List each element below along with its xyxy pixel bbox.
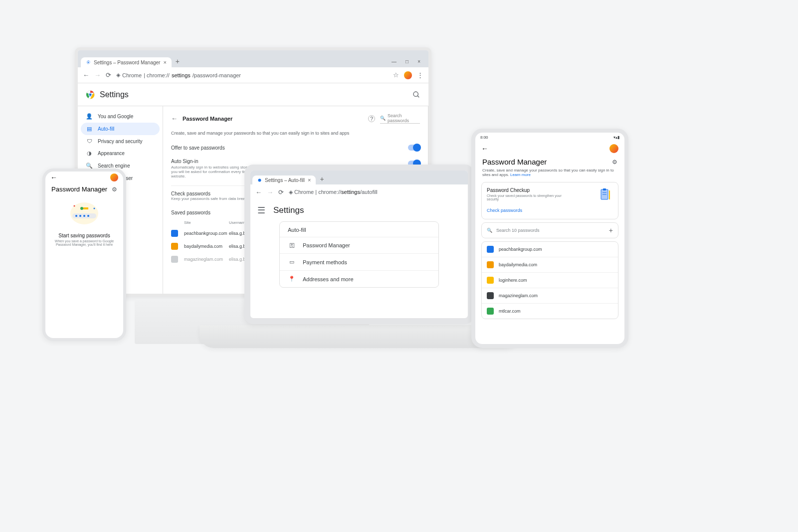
close-tab-icon[interactable]: × xyxy=(163,59,166,65)
phone-screen: ← Password Manager ⚙ Start saving passwo… xyxy=(42,169,126,341)
avatar-icon[interactable] xyxy=(110,174,118,181)
svg-point-12 xyxy=(87,215,89,217)
autofill-item-payment[interactable]: ▭Payment methods xyxy=(280,253,438,270)
list-item[interactable]: baydailymedia.com xyxy=(482,257,618,273)
site-info-icon[interactable]: ◈ xyxy=(116,72,120,78)
svg-point-15 xyxy=(74,205,75,207)
reload-icon[interactable]: ⟳ xyxy=(278,188,284,196)
window-controls: — □ × xyxy=(392,59,425,67)
sidebar-item-appearance[interactable]: ◑Appearance xyxy=(81,147,160,160)
back-icon[interactable]: ← xyxy=(83,71,89,79)
site-label: baydailymedia.com xyxy=(499,262,537,267)
browser-tab[interactable]: Settings – Password Manager × xyxy=(81,57,172,67)
autofill-card: Auto-fill ⚿Password Manager ▭Payment met… xyxy=(279,221,439,288)
page-description: Create, save and manage your passwords s… xyxy=(475,168,624,179)
illustration xyxy=(45,196,123,231)
empty-sub: When you save a password to Google Passw… xyxy=(45,238,123,247)
favicon-icon xyxy=(171,243,178,250)
sidebar-item-autofill[interactable]: ▤Auto-fill xyxy=(81,123,160,135)
gear-icon[interactable]: ⚙ xyxy=(612,159,617,166)
new-tab-button[interactable]: + xyxy=(172,55,184,67)
url-text: settings xyxy=(341,189,360,195)
url-text: settings xyxy=(172,72,191,78)
appearance-icon: ◑ xyxy=(86,150,93,157)
avatar-icon[interactable] xyxy=(404,71,412,79)
forward-icon[interactable]: → xyxy=(267,188,273,196)
sidebar-label: Auto-fill xyxy=(98,126,114,132)
tablet-screen: 8:00 ▾▴▮ ← Password Manager ⚙ Create, sa… xyxy=(471,129,628,348)
url-text: | chrome:// xyxy=(144,72,170,78)
more-icon[interactable]: ⋮ xyxy=(417,71,423,79)
list-item[interactable]: mtlcar.com xyxy=(482,304,618,319)
avatar-icon[interactable] xyxy=(609,144,618,153)
page-title: Settings xyxy=(100,90,129,99)
offer-to-save-toggle[interactable] xyxy=(408,145,420,151)
list-item[interactable]: magazineglam.com xyxy=(482,288,618,304)
page-title: Password Manager ⚙ xyxy=(45,183,123,193)
forward-icon[interactable]: → xyxy=(94,71,101,79)
list-item[interactable]: loginhere.com xyxy=(482,273,618,288)
page-title: Password Manager ⚙ xyxy=(475,156,624,168)
autofill-item-passwords[interactable]: ⚿Password Manager xyxy=(280,237,438,253)
maximize-icon[interactable]: □ xyxy=(405,59,408,64)
svg-point-11 xyxy=(83,215,85,217)
password-checkup-card: Password Checkup Check your saved passwo… xyxy=(481,182,618,219)
shield-icon: 🛡 xyxy=(86,138,93,144)
url-text: /autofill xyxy=(360,189,378,195)
close-window-icon[interactable]: × xyxy=(417,59,420,64)
star-icon[interactable]: ☆ xyxy=(393,71,399,79)
list-item[interactable]: peachbankgroup.com xyxy=(482,242,618,257)
item-label: Addresses and more xyxy=(303,276,354,282)
person-icon: 👤 xyxy=(86,113,93,120)
svg-rect-18 xyxy=(603,188,606,190)
learn-more-link[interactable]: Learn more xyxy=(510,173,531,177)
address-bar: ← → ⟳ ◈ Chrome | chrome://settings/autof… xyxy=(250,184,468,199)
autofill-icon: ▤ xyxy=(86,126,93,132)
browser-tab[interactable]: Settings – Auto-fill × xyxy=(252,176,316,184)
svg-point-4 xyxy=(413,92,418,96)
search-icon: 🔍 xyxy=(487,228,492,233)
site-cell: baydailymedia.com xyxy=(184,244,229,249)
svg-point-6 xyxy=(258,178,261,181)
search-icon[interactable] xyxy=(412,91,420,99)
close-tab-icon[interactable]: × xyxy=(308,177,311,183)
search-placeholder: Search passwords xyxy=(388,113,420,123)
search-passwords-input[interactable]: 🔍 Search 10 passwords + xyxy=(481,222,618,238)
gear-icon xyxy=(257,178,262,182)
tab-title: Settings – Auto-fill xyxy=(265,177,305,183)
search-placeholder: Search 10 passwords xyxy=(496,228,540,233)
back-icon[interactable]: ← xyxy=(171,115,178,122)
gear-icon[interactable]: ⚙ xyxy=(112,186,117,193)
minimize-icon[interactable]: — xyxy=(392,59,397,64)
menu-icon[interactable]: ☰ xyxy=(257,205,265,216)
autofill-item-addresses[interactable]: 📍Addresses and more xyxy=(280,270,438,287)
sidebar-label: You and Google xyxy=(98,114,133,119)
new-tab-button[interactable]: + xyxy=(316,174,328,184)
reload-icon[interactable]: ⟳ xyxy=(106,71,111,79)
back-icon[interactable]: ← xyxy=(255,188,262,196)
search-passwords-input[interactable]: 🔍 Search passwords xyxy=(380,113,420,124)
laptop-base xyxy=(200,325,519,348)
back-icon[interactable]: ← xyxy=(481,145,488,153)
help-icon[interactable]: ? xyxy=(368,115,375,122)
item-label: Password Manager xyxy=(303,242,350,248)
sidebar-item-you-and-google[interactable]: 👤You and Google xyxy=(81,110,160,123)
url-field[interactable]: ◈ Chrome | chrome://settings/password-ma… xyxy=(116,72,388,78)
clipboard-icon xyxy=(598,187,613,202)
desc-text: Create, save and manage your passwords s… xyxy=(482,168,614,177)
settings-header: Settings xyxy=(78,83,428,106)
url-text: Chrome xyxy=(294,189,314,195)
chrome-logo-icon xyxy=(86,90,95,99)
sidebar-item-privacy[interactable]: 🛡Privacy and security xyxy=(81,135,160,147)
status-bar: 8:00 ▾▴▮ xyxy=(475,133,624,142)
favicon-icon xyxy=(171,230,178,237)
favicon-icon xyxy=(487,308,494,315)
add-password-button[interactable]: + xyxy=(609,226,613,234)
site-info-icon[interactable]: ◈ xyxy=(289,189,293,195)
check-passwords-link[interactable]: Check passwords xyxy=(487,208,522,213)
back-icon[interactable]: ← xyxy=(50,174,57,181)
card-desc: Check your saved passwords to strengthen… xyxy=(487,194,572,201)
svg-rect-14 xyxy=(83,207,88,209)
site-cell: peachbankgroup.com xyxy=(184,231,229,236)
url-field[interactable]: ◈ Chrome | chrome://settings/autofill xyxy=(289,189,378,195)
